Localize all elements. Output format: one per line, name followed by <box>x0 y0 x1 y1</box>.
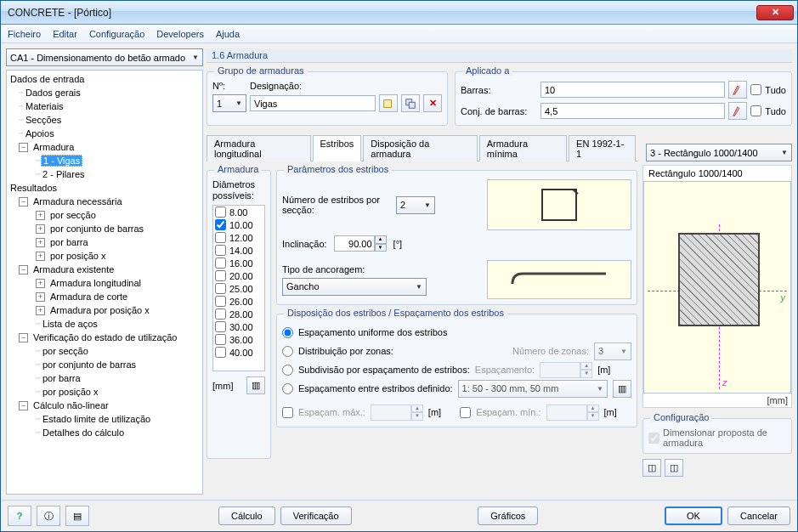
diameter-check[interactable] <box>215 232 226 243</box>
close-button[interactable]: ✕ <box>756 5 794 20</box>
tree-pilares[interactable]: 2 - Pilares <box>41 169 87 179</box>
diameter-row[interactable]: 20.00 <box>213 269 264 282</box>
diameter-row[interactable]: 8.00 <box>213 206 264 218</box>
collapse-icon[interactable]: − <box>19 333 28 342</box>
tree-armadura[interactable]: Armadura <box>31 142 76 152</box>
tree-por-posicao-1[interactable]: por posição x <box>48 251 107 261</box>
tree-arm-corte[interactable]: Armadura de corte <box>48 291 129 302</box>
definido-combo[interactable]: 1: 50 - 300 mm, 50 mm▼ <box>458 380 608 398</box>
radio-uniform[interactable] <box>282 327 293 338</box>
num-estribos-combo[interactable]: 2▼ <box>396 196 435 214</box>
diameter-check[interactable] <box>215 296 226 307</box>
tree-por-posicao-2[interactable]: por posição x <box>41 387 99 397</box>
menu-editar[interactable]: Editar <box>53 29 77 39</box>
tree-detalhes[interactable]: Detalhes do cálculo <box>41 427 126 438</box>
radio-zonas[interactable] <box>282 346 293 357</box>
desig-input[interactable] <box>250 95 376 111</box>
tab-en1992[interactable]: EN 1992-1-1 <box>569 135 636 161</box>
menu-ajuda[interactable]: Ajuda <box>216 29 240 39</box>
diameter-check[interactable] <box>215 308 226 320</box>
tree-por-barra-1[interactable]: por barra <box>48 237 90 247</box>
diameter-list[interactable]: 8.0010.0012.0014.0016.0020.0025.0026.002… <box>212 205 265 371</box>
diameter-check[interactable] <box>215 270 226 281</box>
tree-por-seccao-2[interactable]: por secção <box>41 346 90 356</box>
tree-verif-estado[interactable]: Verificação do estado de utilização <box>31 332 178 342</box>
inclinacao-input[interactable] <box>334 235 375 252</box>
expand-icon[interactable]: + <box>36 211 45 220</box>
tree-dados-entrada[interactable]: Dados de entrada <box>8 74 86 84</box>
collapse-icon[interactable]: − <box>19 143 28 152</box>
cancel-button[interactable]: Cancelar <box>727 507 790 525</box>
tree-arm-existente[interactable]: Armadura existente <box>31 264 116 274</box>
conj-tudo-check[interactable] <box>750 105 761 116</box>
view-toggle-1[interactable]: ◫ <box>642 459 661 477</box>
calculo-button[interactable]: Cálculo <box>218 507 275 525</box>
diameter-check[interactable] <box>215 219 226 230</box>
pick-barras-button[interactable] <box>728 81 747 99</box>
tree-por-conjunto-2[interactable]: por conjunto de barras <box>41 359 138 370</box>
copy-button[interactable] <box>401 94 420 112</box>
menu-config[interactable]: Configuração <box>89 29 144 39</box>
diameter-check[interactable] <box>215 334 226 345</box>
diameter-check[interactable] <box>215 258 226 269</box>
tree-lista-acos[interactable]: Lista de aços <box>41 319 99 329</box>
diameter-check[interactable] <box>215 207 226 218</box>
tree-calc-nao-linear[interactable]: Cálculo não-linear <box>31 400 110 410</box>
info-button[interactable]: ⓘ <box>37 506 60 526</box>
pick-conj-button[interactable] <box>728 102 747 120</box>
inclinacao-spinner[interactable]: ▲▼ <box>334 235 387 252</box>
diameter-check[interactable] <box>215 347 226 358</box>
tree-arm-long[interactable]: Armadura longitudinal <box>48 278 143 288</box>
diameter-row[interactable]: 26.00 <box>213 295 264 308</box>
expand-icon[interactable]: + <box>36 279 45 288</box>
barras-tudo-check[interactable] <box>750 84 761 95</box>
graficos-button[interactable]: Gráficos <box>478 507 538 525</box>
section-combo[interactable]: 3 - Rectângulo 1000/1400▼ <box>646 144 792 161</box>
tree-por-barra-2[interactable]: por barra <box>41 373 82 383</box>
diameter-row[interactable]: 30.00 <box>213 320 264 333</box>
tree-arm-necessaria[interactable]: Armadura necessária <box>31 196 124 207</box>
tree-materiais[interactable]: Materiais <box>24 101 65 111</box>
tree-vigas[interactable]: 1 - Vigas <box>41 155 82 167</box>
no-combo[interactable]: 1▼ <box>212 94 246 112</box>
navigation-tree[interactable]: Dados de entrada ┈Dados gerais ┈Materiai… <box>6 70 203 495</box>
collapse-icon[interactable]: − <box>19 401 28 410</box>
view-toggle-2[interactable]: ◫ <box>665 459 683 477</box>
menu-ficheiro[interactable]: Ficheiro <box>8 29 41 39</box>
collapse-icon[interactable]: − <box>19 265 28 274</box>
tree-estado-limite[interactable]: Estado limite de utilização <box>41 414 152 424</box>
tree-seccoes[interactable]: Secções <box>24 115 63 125</box>
espac-max-check[interactable] <box>282 407 293 418</box>
tree-por-conjunto-1[interactable]: por conjunto de barras <box>48 224 145 234</box>
diameter-check[interactable] <box>215 283 226 294</box>
diam-edit-button[interactable]: ▥ <box>246 376 265 394</box>
tree-arm-posicao[interactable]: Armadura por posição x <box>48 305 151 315</box>
radio-definido[interactable] <box>282 383 293 394</box>
tab-estribos[interactable]: Estribos <box>313 135 362 161</box>
ancoragem-combo[interactable]: Gancho▼ <box>282 278 427 296</box>
diameter-row[interactable]: 14.00 <box>213 244 264 257</box>
expand-icon[interactable]: + <box>36 238 45 247</box>
diameter-row[interactable]: 16.00 <box>213 257 264 269</box>
diameter-row[interactable]: 28.00 <box>213 308 264 320</box>
diameter-row[interactable]: 40.00 <box>213 346 264 359</box>
collapse-icon[interactable]: − <box>19 197 28 207</box>
radio-subdiv[interactable] <box>282 365 293 376</box>
expand-icon[interactable]: + <box>36 292 45 302</box>
tree-apoios[interactable]: Apoios <box>24 128 56 139</box>
barras-input[interactable] <box>540 82 725 98</box>
expand-icon[interactable]: + <box>36 306 45 315</box>
tab-minima[interactable]: Armadura mínima <box>479 135 567 161</box>
conj-input[interactable] <box>540 103 725 119</box>
tree-por-seccao-1[interactable]: por secção <box>48 210 98 220</box>
espac-min-check[interactable] <box>460 407 471 418</box>
menu-developers[interactable]: Developers <box>156 29 204 39</box>
expand-icon[interactable]: + <box>36 224 45 234</box>
definido-edit-button[interactable]: ▥ <box>613 380 631 398</box>
diameter-check[interactable] <box>215 245 226 256</box>
diameter-check[interactable] <box>215 321 226 332</box>
help-button[interactable]: ? <box>8 506 31 526</box>
tree-dados-gerais[interactable]: Dados gerais <box>24 88 82 98</box>
report-button[interactable]: ▤ <box>65 506 89 526</box>
ok-button[interactable]: OK <box>665 507 722 525</box>
